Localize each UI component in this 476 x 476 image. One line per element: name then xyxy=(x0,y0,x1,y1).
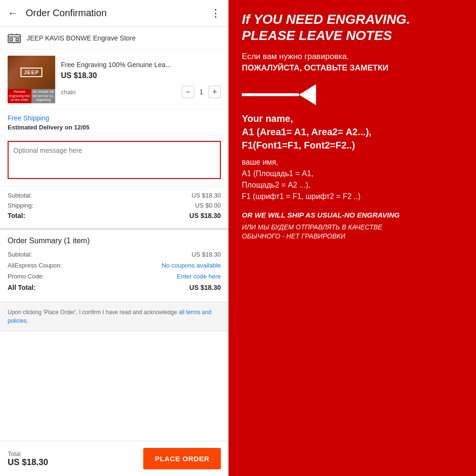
product-image: JEEP Remark engraving text on the order … xyxy=(8,56,55,103)
terms-section: Upon clicking 'Place Order', I confirm I… xyxy=(0,302,228,331)
footer-bar: Total US $18.30 PLACE ORDER xyxy=(0,441,228,476)
quantity-value: 1 xyxy=(194,88,208,96)
svg-rect-1 xyxy=(10,39,13,41)
engraving-instructions-ru: ваше имя, А1 (Площадь1 = А1, Площадь2 = … xyxy=(242,157,463,202)
order-summary-title: Order Summary (1 item) xyxy=(8,237,221,245)
engraving-instructions-en: Your name, A1 (Area1= A1, Area2= A2...),… xyxy=(242,112,463,152)
all-total-value: US $18.30 xyxy=(189,284,221,291)
all-total-label: All Total: xyxy=(8,284,36,291)
free-shipping-label: Free Shipping xyxy=(8,114,221,122)
message-input[interactable] xyxy=(8,141,221,179)
quantity-controls: − 1 + xyxy=(182,86,221,98)
engraving-title: If YOU NEED ENGRAVING. PLEASE LEAVE NOTE… xyxy=(242,11,463,43)
right-panel: If YOU NEED ENGRAVING. PLEASE LEAVE NOTE… xyxy=(228,0,476,476)
product-name: Free Engraving 100% Genuine Lea... xyxy=(61,61,221,69)
more-button[interactable]: ⋮ xyxy=(210,7,221,20)
product-variant: chain xyxy=(61,89,76,96)
promo-label: Promo Code: xyxy=(8,273,44,280)
engraving-warning-ru: ИЛИ МЫ БУДЕМ ОТПРАВЛЯТЬ В КАЧЕСТВЕ ОБЫЧН… xyxy=(242,223,463,241)
arrow-row xyxy=(242,84,463,105)
order-subtotal-label: Subtotal: xyxy=(8,251,32,258)
store-name: JEEP KAVIS BONWE Engrave Store xyxy=(27,34,136,42)
all-total-row: All Total: US $18.30 xyxy=(8,284,221,291)
decrease-qty-button[interactable]: − xyxy=(182,86,194,98)
promo-value[interactable]: Enter code here xyxy=(177,273,221,280)
arrow-head xyxy=(299,84,316,105)
promo-row: Promo Code: Enter code here xyxy=(8,273,221,280)
total-label: Total: xyxy=(8,212,25,219)
coupon-value[interactable]: No coupons available xyxy=(162,262,221,269)
place-order-button[interactable]: PLACE ORDER xyxy=(143,448,221,469)
footer-total-amount: US $18.30 xyxy=(8,457,48,467)
engraving-subtitle-ru: Если вам нужно гравировка. ПОЖАЛУЙСТА, О… xyxy=(242,51,463,74)
order-subtotal-value: US $18.30 xyxy=(192,251,221,258)
shipping-value: US $0.00 xyxy=(195,202,221,209)
total-value: US $18.30 xyxy=(189,212,221,219)
shipping-section: Free Shipping Estimated Delivery on 12/0… xyxy=(0,109,228,136)
left-panel: ← Order Confirmation ⋮ JEEP KAVIS BONWE … xyxy=(0,0,228,476)
product-info: Free Engraving 100% Genuine Lea... US $1… xyxy=(61,61,221,98)
order-summary-section: Order Summary (1 item) Subtotal: US $18.… xyxy=(0,230,228,302)
label-gray: No remark will be sent as no-engraving xyxy=(31,89,55,103)
label-red: Remark engraving text on the order xyxy=(8,89,31,103)
svg-rect-2 xyxy=(16,39,19,41)
total-row: Total: US $18.30 xyxy=(8,212,221,219)
order-subtotal-row: Subtotal: US $18.30 xyxy=(8,251,221,258)
terms-text: Upon clicking 'Place Order', I confirm I… xyxy=(8,308,221,325)
message-section xyxy=(0,136,228,186)
coupon-label: AliExpress Coupon: xyxy=(8,262,62,269)
header: ← Order Confirmation ⋮ xyxy=(0,0,228,27)
increase-qty-button[interactable]: + xyxy=(208,86,221,98)
estimated-delivery: Estimated Delivery on 12/05 xyxy=(8,124,221,131)
subtotal-row: Subtotal: US $18.30 xyxy=(8,192,221,199)
product-price: US $18.30 xyxy=(61,71,221,80)
footer-total-label: Total xyxy=(8,450,48,457)
coupon-row: AliExpress Coupon: No coupons available xyxy=(8,262,221,269)
subtotal-label: Subtotal: xyxy=(8,192,32,199)
page-title: Order Confirmation xyxy=(26,8,210,19)
jeep-logo: JEEP xyxy=(20,68,42,77)
engraving-warning-en: OR WE WILL SHIP AS USUAL-NO ENGRAVING xyxy=(242,210,463,220)
footer-total: Total US $18.30 xyxy=(8,450,48,467)
back-button[interactable]: ← xyxy=(8,7,18,20)
store-row: JEEP KAVIS BONWE Engrave Store xyxy=(0,27,228,50)
store-icon xyxy=(8,32,21,44)
shipping-label: Shipping: xyxy=(8,202,33,209)
product-row: JEEP Remark engraving text on the order … xyxy=(0,50,228,109)
price-summary: Subtotal: US $18.30 Shipping: US $0.00 T… xyxy=(0,186,228,230)
arrow-line xyxy=(242,93,299,96)
product-variant-row: chain − 1 + xyxy=(61,86,221,98)
shipping-row: Shipping: US $0.00 xyxy=(8,202,221,209)
subtotal-value: US $18.30 xyxy=(192,192,221,199)
